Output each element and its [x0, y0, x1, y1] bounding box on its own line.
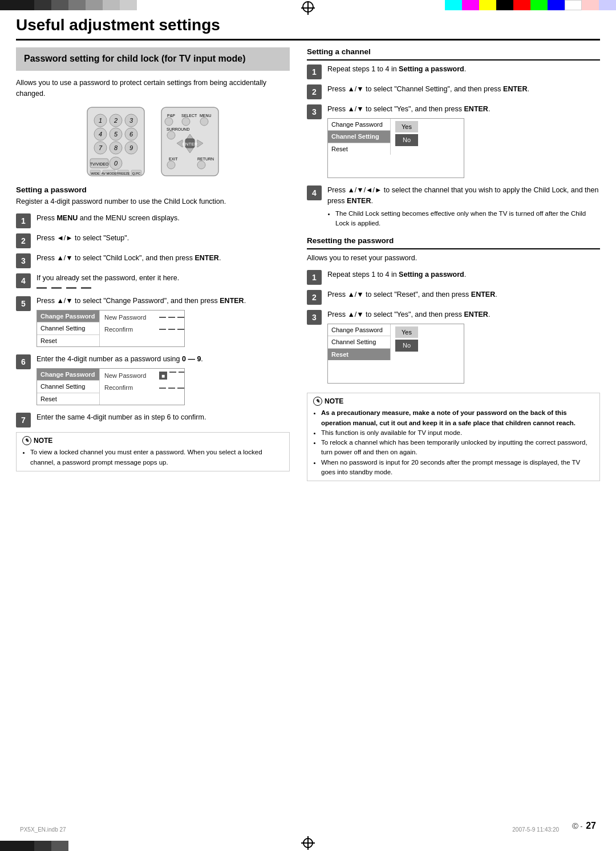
step-4: 4 If you already set the password, enter… [16, 273, 290, 291]
step-6: 6 Enter the 4-digit number as a password… [16, 354, 290, 408]
resetting-desc: Allows you to reset your password. [307, 253, 600, 264]
menu-input-new-pw-5: New Password [104, 313, 185, 322]
menu-left-list-6: Change Password Channel Setting Reset [37, 369, 100, 405]
menu-spacer-r3 [328, 155, 464, 178]
svg-text:TV/VIDEO: TV/VIDEO [90, 162, 109, 166]
right-note-item-1: As a precautionary measure, make a note … [321, 408, 594, 428]
note-icon-right: ✎ [313, 397, 322, 406]
svg-text:FREEZE: FREEZE [116, 172, 130, 175]
step-5: 5 Press ▲/▼ to select "Change Password",… [16, 296, 290, 349]
page-content: Useful adjustment settings Password sett… [16, 16, 600, 835]
menu-row-channel-5: Channel Setting [37, 322, 99, 335]
yn-yes-rs3: Yes [395, 326, 418, 338]
menu-row-change-rs3: Change Password [328, 324, 390, 337]
menu-with-inputs-6: Change Password Channel Setting Reset Ne… [37, 369, 184, 405]
r-step-3: 3 Press ▲/▼ to select "Yes", and then pr… [307, 104, 600, 180]
step-content-1: Press MENU and the MENU screen displays. [37, 213, 290, 224]
section-divider-1 [307, 59, 600, 61]
footer-date: 2007-5-9 11:43:20 [512, 826, 559, 833]
menu-spacer-rs3 [328, 360, 464, 383]
reconfirm-label-6: Reconfirm [104, 383, 156, 393]
setting-password-title: Setting a password [16, 185, 290, 194]
left-note-title: NOTE [34, 437, 52, 445]
svg-text:SELECT: SELECT [181, 114, 197, 118]
remote-control-svg: P&P SELECT MENU SURROUND [159, 104, 221, 179]
right-note-list: As a precautionary measure, make a note … [321, 408, 594, 477]
rs-step-2: 2 Press ▲/▼ to select "Reset", and then … [307, 289, 600, 305]
menu-row-reset-5: Reset [37, 335, 99, 347]
menu-left-rs3: Change Password Channel Setting Reset [328, 324, 391, 361]
menu-row-channel-r3: Channel Setting [328, 131, 390, 143]
menu-right-inputs-6: New Password ■ [100, 369, 185, 405]
step-num-6: 6 [16, 354, 31, 369]
menu-row-channel-6: Channel Setting [37, 381, 99, 393]
reconfirm-label-5: Reconfirm [104, 325, 156, 334]
right-note-header: ✎ NOTE [313, 397, 594, 406]
page-number: 27 [586, 821, 596, 831]
menu-left-r3: Change Password Channel Setting Reset [328, 119, 391, 155]
svg-text:4: 4 [99, 131, 102, 138]
svg-text:0: 0 [114, 160, 118, 167]
reconfirm-dashes-6 [159, 388, 185, 389]
step-content-2: Press ◄/► to select "Setup". [37, 233, 290, 244]
page-en-label: Ⓒ - [572, 822, 582, 830]
step4-bullet: The Child Lock setting becomes effective… [335, 209, 600, 229]
left-note-header: ✎ NOTE [22, 436, 283, 445]
resetting-title: Resetting the password [307, 236, 600, 245]
menu-left-list-5: Change Password Channel Setting Reset [37, 310, 100, 347]
menu-with-inputs-rs3: Change Password Channel Setting Reset Ye… [328, 324, 464, 361]
right-column: Setting a channel 1 Repeat steps 1 to 4 … [307, 47, 600, 481]
rs-step-content-3: Press ▲/▼ to select "Yes", and then pres… [327, 309, 600, 386]
menu-row-change-pw-6: Change Password [37, 369, 99, 381]
note-icon-left: ✎ [22, 436, 31, 445]
r-step-2: 2 Press ▲/▼ to select "Channel Setting",… [307, 84, 600, 99]
left-note-item-1: To view a locked channel you must enter … [30, 447, 283, 467]
remote-keypad-svg: 1 2 3 4 5 6 7 8 [84, 104, 147, 179]
menu-with-inputs-r3: Change Password Channel Setting Reset Ye… [328, 119, 464, 155]
menu-row-channel-rs3: Channel Setting [328, 336, 390, 349]
step-7: 7 Enter the same 4-digit number as in st… [16, 412, 290, 427]
r-step-content-1: Repeat steps 1 to 4 in Setting a passwor… [327, 64, 600, 75]
step-num-3: 3 [16, 253, 31, 268]
left-note-section: ✎ NOTE To view a locked channel you must… [16, 432, 290, 471]
svg-text:5: 5 [114, 131, 118, 138]
step-content-6: Enter the 4-digit number as a password u… [37, 354, 290, 408]
new-pw-label-5: New Password [104, 313, 156, 322]
step-content-5: Press ▲/▼ to select "Change Password", a… [37, 296, 290, 349]
rs-step-1: 1 Repeat steps 1 to 4 in Setting a passw… [307, 269, 600, 285]
left-column: Password setting for child lock (for TV … [16, 47, 290, 481]
menu-yn-panel-r3: Yes No [391, 119, 423, 155]
menu-yn-panel-rs3: Yes No [391, 324, 423, 361]
r-step-4: 4 Press ▲/▼/◄/► to select the channel th… [307, 185, 600, 228]
right-note-section: ✎ NOTE As a precautionary measure, make … [307, 393, 600, 481]
svg-text:Q.PC: Q.PC [132, 172, 141, 175]
menu-row-reset-rs3: Reset [328, 349, 390, 361]
rs-step-num-3: 3 [307, 310, 322, 325]
right-note-item-2: This function is only available for TV i… [321, 428, 594, 438]
step-num-2: 2 [16, 233, 31, 248]
svg-point-47 [167, 161, 175, 169]
menu-input-new-pw-6: New Password ■ [104, 371, 185, 381]
svg-text:ENTER: ENTER [182, 142, 197, 147]
step-3: 3 Press ▲/▼ to select "Child Lock", and … [16, 253, 290, 268]
filled-digit: ■ [159, 372, 167, 380]
yn-no-rs3: No [395, 340, 418, 352]
svg-point-39 [167, 131, 175, 139]
menu-mock-rs3: Change Password Channel Setting Reset Ye… [327, 324, 464, 384]
svg-point-35 [182, 118, 190, 126]
svg-text:7: 7 [99, 144, 103, 151]
svg-text:WIDE: WIDE [91, 172, 100, 175]
reg-cross-bottom [301, 836, 315, 850]
svg-text:3: 3 [129, 117, 133, 124]
svg-point-49 [197, 161, 205, 169]
setting-channel-title: Setting a channel [307, 47, 600, 56]
menu-input-reconfirm-5: Reconfirm [104, 325, 185, 334]
step-num-1: 1 [16, 213, 31, 228]
r-step-num-3: 3 [307, 104, 322, 119]
step-content-4: If you already set the password, enter i… [37, 273, 290, 291]
step-num-5: 5 [16, 296, 31, 311]
menu-mock-step6: Change Password Channel Setting Reset Ne… [37, 368, 185, 406]
page-title: Useful adjustment settings [16, 16, 600, 41]
remote-images: 1 2 3 4 5 6 7 8 [16, 104, 290, 179]
svg-text:8: 8 [114, 144, 118, 151]
